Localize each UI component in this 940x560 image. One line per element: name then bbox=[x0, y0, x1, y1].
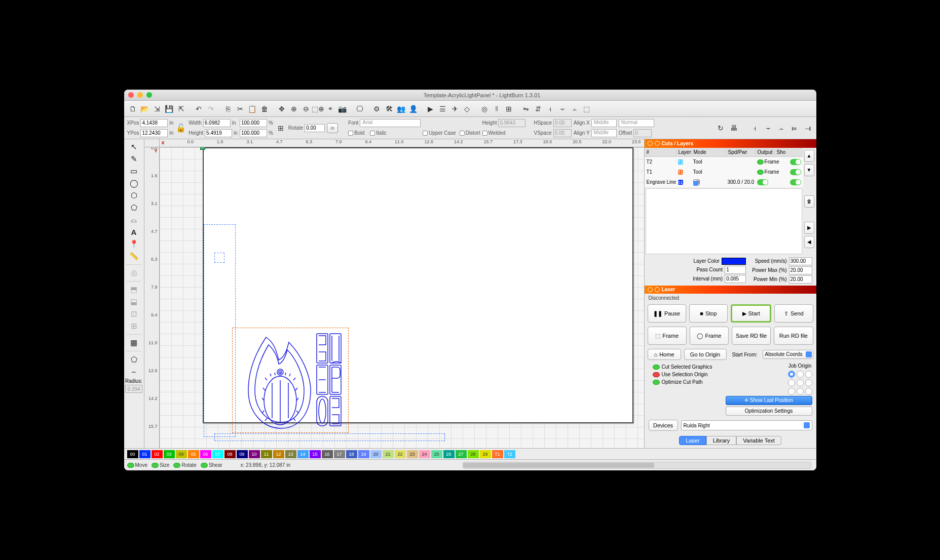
select-tool-icon[interactable]: ↖ bbox=[127, 141, 141, 152]
group-tool-icon[interactable]: ⊡ bbox=[127, 308, 141, 319]
palette-swatch[interactable]: 19 bbox=[358, 450, 369, 458]
palette-swatch[interactable]: 12 bbox=[273, 450, 284, 458]
cut-selected-toggle[interactable] bbox=[653, 365, 660, 370]
shear-toggle[interactable] bbox=[201, 463, 208, 468]
zoom-icon[interactable] bbox=[146, 92, 152, 98]
palette-swatch[interactable]: 06 bbox=[200, 450, 211, 458]
send-pause-icon[interactable]: ☰ bbox=[437, 103, 448, 114]
upper-checkbox[interactable] bbox=[423, 131, 428, 136]
align-dist-icon[interactable]: ⫴ bbox=[491, 103, 502, 114]
tab-laser[interactable]: Laser bbox=[679, 436, 706, 445]
camera-icon[interactable]: 📷 bbox=[337, 103, 348, 114]
save-icon[interactable]: 💾 bbox=[164, 103, 175, 114]
show-last-position-button[interactable]: ✛ Show Last Position bbox=[726, 396, 812, 405]
array-tool-icon[interactable]: ⊞ bbox=[127, 321, 141, 332]
palette-swatch[interactable]: 03 bbox=[164, 450, 175, 458]
grid-snap-icon[interactable]: ▦ bbox=[127, 337, 141, 348]
tools-icon[interactable]: 🛠 bbox=[384, 103, 395, 114]
panel-close-icon[interactable] bbox=[648, 141, 653, 146]
bold-checkbox[interactable] bbox=[348, 131, 353, 136]
palette-swatch[interactable]: 24 bbox=[419, 450, 430, 458]
bounds-icon[interactable]: ⬚ bbox=[581, 103, 592, 114]
move-tool-icon[interactable]: ✥ bbox=[276, 103, 287, 114]
alignx-select[interactable]: Middle bbox=[591, 119, 617, 127]
align-left-icon[interactable]: ⫞ bbox=[545, 103, 556, 114]
monitor-icon[interactable]: 🖵 bbox=[354, 103, 365, 114]
palette-swatch[interactable]: 14 bbox=[297, 450, 309, 458]
artwork[interactable] bbox=[236, 330, 345, 431]
power-max-input[interactable] bbox=[789, 266, 812, 274]
marker-tool-icon[interactable]: 📍 bbox=[127, 238, 141, 250]
run-rd-button[interactable]: Run RD file bbox=[774, 327, 813, 345]
width-input[interactable] bbox=[203, 119, 231, 127]
palette-swatch[interactable]: 02 bbox=[152, 450, 163, 458]
paste-icon[interactable]: 📋 bbox=[247, 103, 258, 114]
align-v-right-icon[interactable]: ⫠ bbox=[776, 123, 787, 134]
path-tool-icon[interactable]: ⬠ bbox=[127, 202, 141, 213]
palette-swatch[interactable]: T1 bbox=[492, 450, 503, 458]
palette-swatch[interactable]: 23 bbox=[407, 450, 418, 458]
undo-icon[interactable]: ↶ bbox=[193, 103, 204, 114]
align-h-middle-icon[interactable]: ⫣ bbox=[802, 123, 813, 134]
palette-swatch[interactable]: 00 bbox=[127, 450, 138, 458]
stop-button[interactable]: ■Stop bbox=[689, 304, 728, 323]
canvas[interactable] bbox=[160, 147, 644, 448]
palette-swatch[interactable]: 07 bbox=[212, 450, 223, 458]
panel-close-icon[interactable] bbox=[648, 287, 653, 292]
go-origin-button[interactable]: Go to Origin bbox=[684, 349, 727, 360]
use-selection-toggle[interactable] bbox=[653, 372, 660, 377]
palette-swatch[interactable]: 18 bbox=[346, 450, 357, 458]
palette-swatch[interactable]: 28 bbox=[468, 450, 479, 458]
job-origin-grid[interactable] bbox=[788, 371, 812, 395]
import-icon[interactable]: ⇲ bbox=[152, 103, 163, 114]
palette-swatch[interactable]: 13 bbox=[285, 450, 296, 458]
zoom-frame-icon[interactable]: ⬚⊕ bbox=[313, 103, 324, 114]
size-toggle[interactable] bbox=[152, 463, 159, 468]
array-icon[interactable]: ⊞ bbox=[503, 103, 514, 114]
align-v-left-icon[interactable]: ⫞ bbox=[749, 123, 761, 134]
send-start-icon[interactable]: ▶ bbox=[425, 103, 436, 114]
move-toggle[interactable] bbox=[127, 463, 134, 468]
tab-library[interactable]: Library bbox=[706, 436, 737, 445]
palette-swatch[interactable]: 29 bbox=[480, 450, 491, 458]
aligny-select[interactable]: Middle bbox=[591, 129, 617, 137]
palette-swatch[interactable]: 21 bbox=[383, 450, 394, 458]
italic-checkbox[interactable] bbox=[370, 131, 375, 136]
draw-line-tool-icon[interactable]: ✎ bbox=[127, 153, 141, 165]
layer-row[interactable]: T2 T2 Tool Frame bbox=[645, 157, 803, 167]
canvas-area[interactable]: X0.01.63.14.76.37.99.411.012.614.215.717… bbox=[144, 139, 644, 448]
layer-color-swatch[interactable] bbox=[722, 258, 746, 265]
tab-variable-text[interactable]: Variable Text bbox=[736, 436, 781, 445]
unit-toggle[interactable]: in bbox=[327, 123, 338, 133]
rotate-cw-icon[interactable]: ↻ bbox=[715, 123, 726, 134]
minimize-icon[interactable] bbox=[137, 92, 143, 98]
measure-tool-icon[interactable]: 📏 bbox=[127, 251, 141, 262]
rotate-toggle[interactable] bbox=[173, 463, 180, 468]
palette-swatch[interactable]: 22 bbox=[395, 450, 406, 458]
pass-count-input[interactable] bbox=[725, 266, 746, 274]
mirror-v-icon[interactable]: ⇵ bbox=[533, 103, 544, 114]
layer-row[interactable]: Engrave Line 01 Fill 300.0 / 20.0 bbox=[645, 177, 803, 187]
palette-swatch[interactable]: 10 bbox=[249, 450, 260, 458]
palette-swatch[interactable]: 27 bbox=[456, 450, 467, 458]
start-from-select[interactable]: Absolute Coords bbox=[763, 350, 813, 359]
layer-right-button[interactable]: ▶ bbox=[804, 222, 814, 234]
printer-icon[interactable]: 🖶 bbox=[728, 123, 739, 134]
align-h-top-icon[interactable]: ⫢ bbox=[789, 123, 800, 134]
optimization-settings-button[interactable]: Optimization Settings bbox=[726, 407, 812, 416]
polygon-tool-icon[interactable]: ⬡ bbox=[127, 190, 141, 201]
align-v-center-icon[interactable]: ⫟ bbox=[763, 123, 774, 134]
xpos-input[interactable] bbox=[140, 119, 168, 127]
frame-circle-button[interactable]: ◯Frame bbox=[690, 327, 729, 345]
power-min-input[interactable] bbox=[789, 275, 812, 284]
font-select[interactable]: Arial bbox=[360, 119, 421, 127]
close-icon[interactable] bbox=[128, 92, 134, 98]
align-center-icon[interactable]: ⫟ bbox=[557, 103, 568, 114]
boolean-tool-icon[interactable]: ⬓ bbox=[127, 296, 141, 307]
height-input[interactable] bbox=[205, 129, 232, 137]
lock-icon[interactable]: 🔓 bbox=[175, 123, 186, 134]
palette-swatch[interactable]: 05 bbox=[188, 450, 199, 458]
delete-icon[interactable]: 🗑 bbox=[259, 103, 270, 114]
zoom-out-icon[interactable]: ⊖ bbox=[300, 103, 312, 114]
bezier-tool-icon[interactable]: ⌓ bbox=[127, 214, 141, 225]
